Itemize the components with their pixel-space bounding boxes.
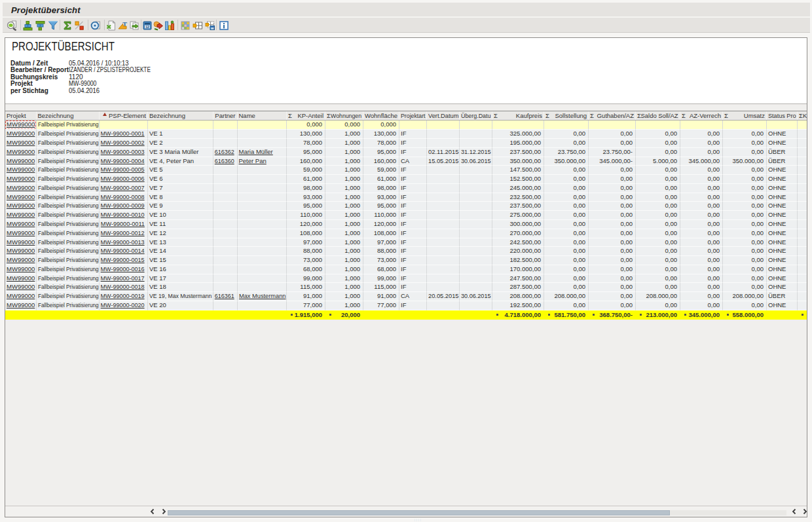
grid-row-9[interactable]: MW99000Fallbeispiel PrivatisierungMW-990… (5, 202, 807, 211)
cell-link[interactable]: MW-99000-0017 (101, 274, 145, 283)
cell-link[interactable]: MW99000 (7, 184, 35, 193)
column-header-ueberg_datum[interactable]: Überg.Datu (460, 111, 492, 120)
cell-link[interactable]: MW99000 (7, 139, 35, 147)
column-header-kp_anteil[interactable]: ΣKP-Anteil (287, 111, 325, 120)
cell-link[interactable]: MW-99000-0010 (101, 211, 145, 219)
toolbar-button-local-file[interactable] (105, 20, 117, 31)
cell-link[interactable]: MW-99000-0016 (101, 265, 145, 274)
column-header-vert_datum[interactable]: Vert.Datum (427, 111, 460, 120)
grid-row-11[interactable]: MW99000Fallbeispiel PrivatisierungMW-990… (5, 220, 807, 229)
cell-link[interactable]: MW99000 (7, 175, 35, 183)
column-header-name[interactable]: Name (238, 111, 287, 120)
cell-link[interactable]: Maria Müller (239, 148, 273, 157)
scrollbar-track[interactable] (168, 510, 786, 515)
grid-row-20[interactable]: MW99000Fallbeispiel PrivatisierungMW-990… (5, 301, 807, 310)
column-header-wohnflaeche[interactable]: Wohnfläche (363, 111, 399, 120)
grid-row-0[interactable]: MW99000Fallbeispiel Privatisierung0,0000… (5, 121, 807, 130)
cell-link[interactable]: MW-99000-0013 (101, 238, 145, 247)
grid-row-15[interactable]: MW99000Fallbeispiel PrivatisierungMW-990… (5, 256, 807, 265)
toolbar-button-sort-descending[interactable] (35, 20, 46, 31)
grid-row-7[interactable]: MW99000Fallbeispiel PrivatisierungMW-990… (5, 184, 807, 193)
cell-link[interactable]: MW99000 (7, 220, 35, 229)
grid-row-17[interactable]: MW99000Fallbeispiel PrivatisierungMW-990… (5, 274, 807, 284)
cell-link[interactable]: 616361 (215, 292, 234, 301)
scroll-left-button[interactable] (149, 508, 156, 515)
cell-link[interactable]: MW-99000-0001 (101, 130, 145, 138)
cell-link[interactable]: MW99000 (7, 265, 35, 274)
cell-link[interactable]: MW99000 (7, 229, 35, 238)
toolbar-button-change-layout[interactable] (192, 20, 204, 31)
toolbar-button-export[interactable] (128, 20, 140, 31)
cell-link[interactable]: 616360 (215, 157, 234, 166)
grid-row-13[interactable]: MW99000Fallbeispiel PrivatisierungMW-990… (5, 238, 807, 248)
grid-row-1[interactable]: MW99000Fallbeispiel PrivatisierungMW-990… (5, 130, 807, 139)
cell-link[interactable]: MW99000 (7, 211, 35, 219)
toolbar-button-print-preview[interactable] (90, 20, 101, 31)
cell-link[interactable]: MW99000 (7, 247, 35, 255)
cell-link[interactable]: MW-99000-0018 (101, 283, 145, 291)
grid-row-6[interactable]: MW99000Fallbeispiel PrivatisierungMW-990… (5, 175, 807, 184)
cell-link[interactable]: MW-99000-0020 (101, 301, 145, 310)
cell-link[interactable]: MW99000 (7, 301, 35, 310)
toolbar-button-subtotal[interactable] (73, 20, 85, 31)
cell-link[interactable]: 616362 (215, 148, 234, 157)
grid-row-2[interactable]: MW99000Fallbeispiel PrivatisierungMW-990… (5, 139, 807, 148)
cell-link[interactable]: MW99000 (7, 121, 35, 129)
cell-link[interactable]: MW99000 (7, 157, 35, 166)
toolbar-button-abc-analysis[interactable] (153, 20, 164, 31)
column-header-partner[interactable]: Partner (213, 111, 238, 120)
cell-link[interactable]: MW99000 (7, 193, 35, 202)
cell-link[interactable]: MW99000 (7, 148, 35, 157)
cell-link[interactable]: Max Mustermann (239, 292, 286, 301)
cell-link[interactable]: MW99000 (7, 292, 35, 301)
cell-link[interactable]: MW99000 (7, 256, 35, 265)
cell-link[interactable]: MW-99000-0005 (101, 166, 145, 174)
scroll-right-button-far[interactable] (802, 508, 808, 515)
cell-link[interactable]: MW99000 (7, 130, 35, 138)
grid-row-19[interactable]: MW99000Fallbeispiel PrivatisierungMW-990… (5, 292, 807, 301)
toolbar-button-save-layout[interactable]: w (204, 20, 216, 31)
scrollbar-thumb[interactable] (168, 510, 670, 515)
column-header-sollstellung[interactable]: ΣSollstellung (544, 111, 589, 120)
cell-link[interactable]: Peter Pan (239, 157, 267, 166)
cell-link[interactable]: MW-99000-0003 (101, 148, 145, 157)
column-header-bezeichnung2[interactable]: Bezeichnung (148, 111, 213, 120)
grid-row-12[interactable]: MW99000Fallbeispiel PrivatisierungMW-990… (5, 229, 807, 238)
cell-link[interactable]: MW-99000-0007 (101, 184, 145, 193)
column-header-az_verrech[interactable]: ΣAZ-Verrech (680, 111, 723, 120)
cell-link[interactable]: MW-99000-0014 (101, 247, 145, 255)
cell-link[interactable]: MW99000 (7, 283, 35, 291)
toolbar-button-filter[interactable] (47, 20, 59, 31)
column-header-umsatz[interactable]: ΣUmsatz (723, 111, 767, 120)
toolbar-button-sort-ascending[interactable] (22, 20, 34, 31)
cell-link[interactable]: MW99000 (7, 202, 35, 210)
grid-row-18[interactable]: MW99000Fallbeispiel PrivatisierungMW-990… (5, 283, 807, 292)
column-header-psp_element[interactable]: PSP-Element (100, 111, 148, 120)
column-header-bezeichnung[interactable]: Bezeichnung (37, 111, 100, 120)
toolbar-button-total[interactable] (62, 20, 73, 31)
column-header-guthaben_az[interactable]: ΣGuthaben/AZ (589, 111, 636, 120)
grid-row-3[interactable]: MW99000Fallbeispiel PrivatisierungMW-990… (5, 148, 807, 157)
grid-row-8[interactable]: MW99000Fallbeispiel PrivatisierungMW-990… (5, 193, 807, 202)
toolbar-button-word-processing[interactable]: 12 (141, 20, 153, 31)
grid-row-10[interactable]: MW99000Fallbeispiel PrivatisierungMW-990… (5, 211, 807, 220)
cell-link[interactable]: MW-99000-0019 (101, 292, 145, 301)
column-header-k_cut[interactable]: ΣK (798, 111, 807, 120)
cell-link[interactable]: MW99000 (7, 274, 35, 283)
column-header-wohnungen[interactable]: ΣWohnungen (325, 111, 363, 120)
cell-link[interactable]: MW-99000-0006 (101, 175, 145, 183)
cell-link[interactable]: MW-99000-0015 (101, 256, 145, 265)
cell-link[interactable]: MW-99000-0009 (101, 202, 145, 210)
toolbar-button-info[interactable] (218, 20, 230, 31)
cell-link[interactable]: MW-99000-0002 (101, 139, 145, 147)
scroll-right-button[interactable] (160, 508, 167, 515)
cell-link[interactable]: MW-99000-0011 (101, 220, 145, 229)
cell-link[interactable]: MW99000 (7, 238, 35, 247)
column-header-status_pro[interactable]: Status Pro (767, 111, 798, 120)
toolbar-button-mail-recipient[interactable]: T (117, 20, 129, 31)
grid-row-4[interactable]: MW99000Fallbeispiel PrivatisierungMW-990… (5, 157, 807, 166)
toolbar-button-details[interactable] (6, 20, 18, 31)
grid-row-5[interactable]: MW99000Fallbeispiel PrivatisierungMW-990… (5, 166, 807, 175)
column-header-projekt[interactable]: Projekt (5, 111, 37, 120)
cell-link[interactable]: MW99000 (7, 166, 35, 174)
